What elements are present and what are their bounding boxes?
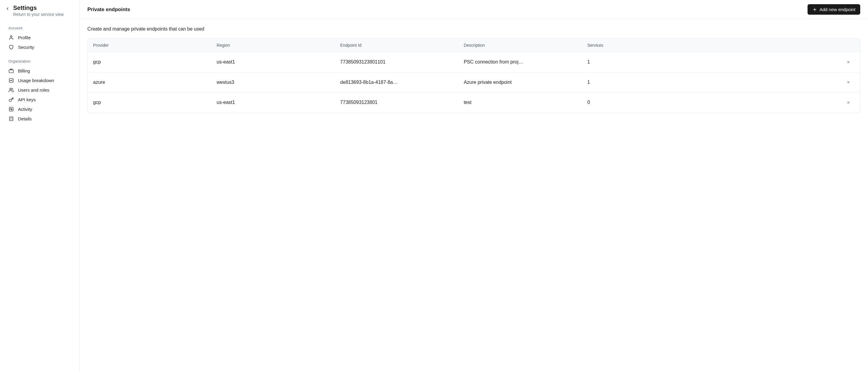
sidebar-item-api-keys[interactable]: API keys <box>0 95 79 104</box>
sidebar-subtitle[interactable]: Return to your service view <box>13 12 64 17</box>
activity-icon <box>8 106 14 112</box>
th-services: Services <box>582 39 690 52</box>
sidebar-item-usage[interactable]: Usage breakdown <box>0 76 79 85</box>
cell-region: westus3 <box>211 72 335 92</box>
add-endpoint-button-label: Add new endpoint <box>819 7 856 12</box>
svg-point-0 <box>10 36 12 37</box>
main-body: Create and manage private endpoints that… <box>80 19 868 120</box>
cell-description: Azure private endpoint <box>458 72 582 92</box>
sidebar-item-security[interactable]: Security <box>0 42 79 52</box>
table-row: gcp us-east1 77385093123801101 PSC conne… <box>88 52 860 73</box>
cell-services: 1 <box>582 52 690 73</box>
sidebar-item-label: Billing <box>18 68 30 74</box>
sidebar-header: Settings Return to your service view <box>0 4 79 23</box>
shield-icon <box>8 44 14 50</box>
page-description: Create and manage private endpoints that… <box>87 26 860 32</box>
sidebar-section-organization: Organization Billing Usage breakdown Use… <box>0 56 79 123</box>
th-provider: Provider <box>88 39 211 52</box>
sidebar: Settings Return to your service view Acc… <box>0 0 80 372</box>
sidebar-item-label: Activity <box>18 107 32 112</box>
endpoints-table: Provider Region Endpoint Id Description … <box>87 38 860 113</box>
svg-rect-1 <box>9 69 13 73</box>
close-icon <box>847 101 850 104</box>
delete-row-button[interactable] <box>845 59 851 65</box>
main: Private endpoints Add new endpoint Creat… <box>80 0 868 372</box>
sidebar-section-label: Organization <box>0 56 79 66</box>
cell-description: PSC connection from proj… <box>458 52 582 73</box>
th-endpoint-id: Endpoint Id <box>335 39 459 52</box>
page-title: Private endpoints <box>87 7 130 12</box>
table-row: gcp us-east1 77385093123801 test 0 <box>88 92 860 113</box>
sidebar-item-activity[interactable]: Activity <box>0 104 79 114</box>
user-icon <box>8 35 14 40</box>
sidebar-item-profile[interactable]: Profile <box>0 33 79 42</box>
sidebar-title: Settings <box>13 4 64 11</box>
sidebar-item-details[interactable]: Details <box>0 114 79 123</box>
sidebar-item-label: API keys <box>18 97 36 102</box>
delete-row-button[interactable] <box>845 100 851 105</box>
th-description: Description <box>458 39 582 52</box>
sidebar-item-label: Profile <box>18 35 31 40</box>
chart-icon <box>8 78 14 83</box>
cell-provider: gcp <box>88 52 211 73</box>
cell-region: us-east1 <box>211 52 335 73</box>
sidebar-item-label: Details <box>18 116 32 121</box>
cell-provider: gcp <box>88 92 211 113</box>
cell-description: test <box>458 92 582 113</box>
sidebar-item-label: Users and roles <box>18 87 50 92</box>
chevron-left-icon <box>5 7 9 11</box>
sidebar-item-users[interactable]: Users and roles <box>0 85 79 95</box>
plus-icon <box>812 7 817 12</box>
cell-endpoint-id: 77385093123801 <box>335 92 459 113</box>
cell-endpoint-id: de813693-8b1a-4187-8a… <box>335 72 459 92</box>
delete-row-button[interactable] <box>845 80 851 85</box>
credit-card-icon <box>8 68 14 74</box>
close-icon <box>847 81 850 84</box>
key-icon <box>8 97 14 102</box>
svg-point-3 <box>9 88 11 90</box>
cell-provider: azure <box>88 72 211 92</box>
th-action <box>690 39 860 52</box>
sidebar-item-billing[interactable]: Billing <box>0 66 79 76</box>
cell-services: 1 <box>582 72 690 92</box>
add-endpoint-button[interactable]: Add new endpoint <box>808 4 860 15</box>
building-icon <box>8 116 14 121</box>
sidebar-item-label: Usage breakdown <box>18 78 54 83</box>
sidebar-item-label: Security <box>18 45 34 50</box>
table-row: azure westus3 de813693-8b1a-4187-8a… Azu… <box>88 72 860 92</box>
users-icon <box>8 87 14 92</box>
cell-endpoint-id: 77385093123801101 <box>335 52 459 73</box>
main-header: Private endpoints Add new endpoint <box>80 0 868 19</box>
back-button[interactable] <box>5 6 10 11</box>
cell-services: 0 <box>582 92 690 113</box>
th-region: Region <box>211 39 335 52</box>
sidebar-section-label: Account <box>0 23 79 33</box>
cell-region: us-east1 <box>211 92 335 113</box>
sidebar-section-account: Account Profile Security <box>0 23 79 52</box>
close-icon <box>847 60 850 64</box>
